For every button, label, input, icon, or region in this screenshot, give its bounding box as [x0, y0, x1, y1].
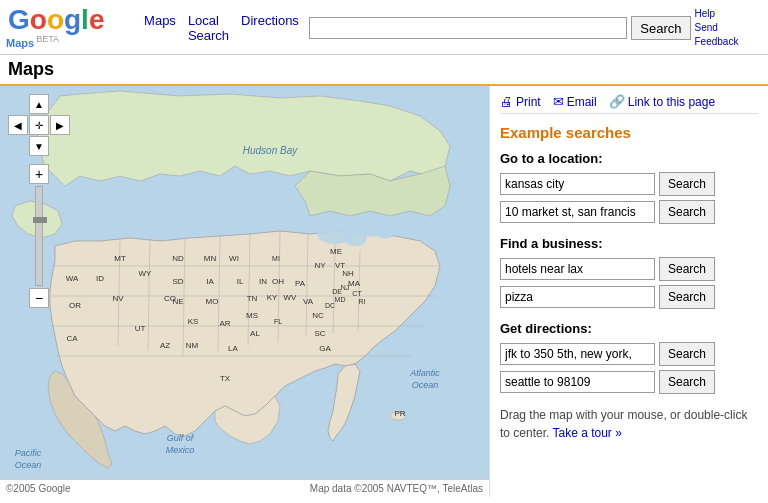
state-ky: KY [267, 293, 278, 302]
pizza-input[interactable] [500, 286, 655, 308]
map-data: Map data ©2005 NAVTEQ™, TeleAtlas [310, 483, 483, 494]
empty-cell2 [50, 94, 70, 114]
market-st-input[interactable] [500, 201, 655, 223]
logo-beta: BETA [36, 34, 59, 44]
nav-local-search[interactable]: Local Search [188, 13, 229, 43]
header: Google MapsBETA Maps Local Search Direct… [0, 0, 768, 55]
state-ny: NY [314, 261, 326, 270]
hudson-bay-label: Hudson Bay [243, 145, 298, 156]
search-row-pizza: Search [500, 285, 758, 309]
jfk-input[interactable] [500, 343, 655, 365]
state-ma: MA [348, 279, 361, 288]
header-search-button[interactable]: Search [631, 16, 690, 40]
zoom-controls: + − [29, 164, 49, 308]
state-or: OR [69, 301, 81, 310]
state-wv: WV [284, 293, 298, 302]
map-copyright: ©2005 Google [6, 483, 71, 494]
state-ks: KS [188, 317, 199, 326]
map-controls: ▲ ◀ ✛ ▶ ▼ + − [8, 94, 70, 308]
pizza-search-button[interactable]: Search [659, 285, 715, 309]
kansas-city-input[interactable] [500, 173, 655, 195]
state-nc: NC [312, 311, 324, 320]
state-ct: CT [352, 290, 362, 297]
state-mn: MN [204, 254, 217, 263]
atlantic-ocean-label: Atlantic [409, 368, 440, 378]
drag-tip-text: Drag the map with your mouse, or double-… [500, 408, 747, 440]
page-title-bar: Maps [0, 55, 768, 86]
search-row-kansas: Search [500, 172, 758, 196]
nav-directions[interactable]: Directions [241, 13, 299, 43]
print-link[interactable]: 🖨 Print [500, 94, 541, 109]
state-ia: IA [206, 277, 214, 286]
empty-cell3 [8, 136, 28, 156]
permalink-link[interactable]: 🔗 Link to this page [609, 94, 715, 109]
state-ms: MS [246, 311, 258, 320]
hotels-lax-search-button[interactable]: Search [659, 257, 715, 281]
search-row-jfk: Search [500, 342, 758, 366]
map-footer: ©2005 Google Map data ©2005 NAVTEQ™, Tel… [0, 479, 489, 497]
help-link[interactable]: Help [695, 7, 760, 21]
hotels-lax-input[interactable] [500, 258, 655, 280]
state-nv: NV [112, 294, 124, 303]
state-tx: TX [220, 374, 231, 383]
feedback-link[interactable]: Send Feedback [695, 21, 760, 49]
pan-center-button[interactable]: ✛ [29, 115, 49, 135]
state-wy: WY [139, 269, 153, 278]
pacific-ocean-label2: Ocean [15, 460, 42, 470]
find-business-section: Find a business: Search Search [500, 236, 758, 309]
zoom-slider[interactable] [35, 186, 43, 286]
state-mo: MO [206, 297, 219, 306]
state-il: IL [237, 277, 244, 286]
logo-e: e [89, 4, 105, 35]
search-row-seattle: Search [500, 370, 758, 394]
tour-link[interactable]: Take a tour » [553, 426, 622, 440]
state-me: ME [330, 247, 342, 256]
state-in: IN [259, 277, 267, 286]
zoom-thumb [33, 217, 47, 223]
state-oh: OH [272, 277, 284, 286]
state-ne: NE [172, 297, 183, 306]
state-de: DE [332, 288, 342, 295]
state-al: AL [250, 329, 260, 338]
state-nm: NM [186, 341, 199, 350]
pan-down-button[interactable]: ▼ [29, 136, 49, 156]
state-fl-label: FL [274, 318, 282, 325]
go-to-location-label: Go to a location: [500, 151, 758, 166]
pan-left-button[interactable]: ◀ [8, 115, 28, 135]
state-md: MD [335, 296, 346, 303]
seattle-input[interactable] [500, 371, 655, 393]
map-container[interactable]: ▲ ◀ ✛ ▶ ▼ + − [0, 86, 490, 497]
map-svg[interactable]: WA OR CA ID NV UT MT WY CO AZ NM ND SD N… [0, 86, 490, 476]
state-mi: MI [272, 255, 280, 262]
zoom-in-button[interactable]: + [29, 164, 49, 184]
state-dc: DC [325, 302, 335, 309]
kansas-city-search-button[interactable]: Search [659, 172, 715, 196]
print-icon: 🖨 [500, 94, 513, 109]
state-id: ID [96, 274, 104, 283]
state-pa: PA [295, 279, 306, 288]
state-az: AZ [160, 341, 170, 350]
jfk-search-button[interactable]: Search [659, 342, 715, 366]
state-ga: GA [319, 344, 331, 353]
email-link[interactable]: ✉ Email [553, 94, 597, 109]
state-la: LA [228, 344, 238, 353]
header-search-input[interactable] [309, 17, 627, 39]
pan-up-button[interactable]: ▲ [29, 94, 49, 114]
state-sc: SC [314, 329, 325, 338]
logo-maps-text: Maps [6, 37, 34, 49]
nav-links: Maps Local Search Directions [144, 13, 299, 43]
state-tn: TN [247, 294, 258, 303]
feedback-links: Help Send Feedback [695, 7, 760, 49]
pan-right-button[interactable]: ▶ [50, 115, 70, 135]
search-row-market: Search [500, 200, 758, 224]
seattle-search-button[interactable]: Search [659, 370, 715, 394]
pr-label: PR [394, 409, 405, 418]
go-to-location-section: Go to a location: Search Search [500, 151, 758, 224]
nav-maps[interactable]: Maps [144, 13, 176, 43]
right-panel-links: 🖨 Print ✉ Email 🔗 Link to this page [500, 94, 758, 114]
logo-g: G [8, 4, 30, 35]
market-st-search-button[interactable]: Search [659, 200, 715, 224]
state-va: VA [303, 297, 314, 306]
zoom-out-button[interactable]: − [29, 288, 49, 308]
example-searches-title: Example searches [500, 124, 758, 141]
